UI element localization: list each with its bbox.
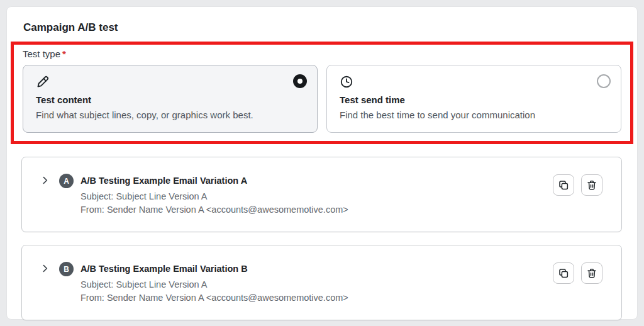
copy-button[interactable] [553, 262, 574, 284]
option-description: Find what subject lines, copy, or graphi… [36, 110, 307, 120]
variation-actions [553, 174, 602, 196]
chevron-right-icon[interactable] [40, 175, 50, 186]
trash-icon [586, 267, 597, 279]
campaign-ab-test-panel: Campaign A/B test Test type* Test conten… [6, 6, 638, 320]
variation-title: A/B Testing Example Email Variation B [80, 264, 553, 274]
delete-button[interactable] [581, 262, 602, 284]
variation-subject: Subject: Subject Line Version A [80, 190, 553, 203]
variation-row-b: B A/B Testing Example Email Variation B … [21, 245, 622, 320]
test-type-highlight-box: Test type* Test content Find what subjec… [11, 42, 633, 144]
required-asterisk: * [62, 48, 66, 59]
variation-title: A/B Testing Example Email Variation A [80, 176, 553, 186]
trash-icon [586, 179, 597, 191]
variation-badge: A [59, 174, 74, 188]
option-test-content[interactable]: Test content Find what subject lines, co… [23, 65, 318, 133]
test-type-options: Test content Find what subject lines, co… [23, 65, 621, 133]
variation-from: From: Sender Name Version A <accounts@aw… [80, 203, 553, 216]
pencil-icon [36, 75, 307, 89]
clock-icon [340, 75, 611, 89]
delete-button[interactable] [581, 174, 602, 196]
radio-unselected[interactable] [597, 74, 611, 88]
option-title: Test content [36, 94, 307, 105]
test-type-label: Test type* [23, 48, 621, 59]
option-title: Test send time [340, 94, 611, 105]
radio-selected[interactable] [293, 74, 307, 88]
variation-from: From: Sender Name Version A <accounts@aw… [80, 291, 553, 305]
variation-actions [553, 262, 602, 284]
page-title: Campaign A/B test [23, 21, 621, 34]
copy-button[interactable] [553, 174, 574, 196]
chevron-right-icon[interactable] [40, 263, 50, 274]
variation-text: A/B Testing Example Email Variation B Su… [80, 262, 553, 305]
variation-badge: B [59, 262, 74, 276]
copy-icon [558, 267, 569, 279]
variation-row-a: A A/B Testing Example Email Variation A … [21, 157, 622, 232]
variation-subject: Subject: Subject Line Version A [80, 278, 553, 291]
variation-text: A/B Testing Example Email Variation A Su… [80, 174, 553, 216]
option-description: Find the best time to send your communic… [340, 110, 611, 120]
option-test-send-time[interactable]: Test send time Find the best time to sen… [326, 65, 621, 133]
variation-list: A A/B Testing Example Email Variation A … [21, 157, 622, 320]
copy-icon [558, 179, 569, 191]
